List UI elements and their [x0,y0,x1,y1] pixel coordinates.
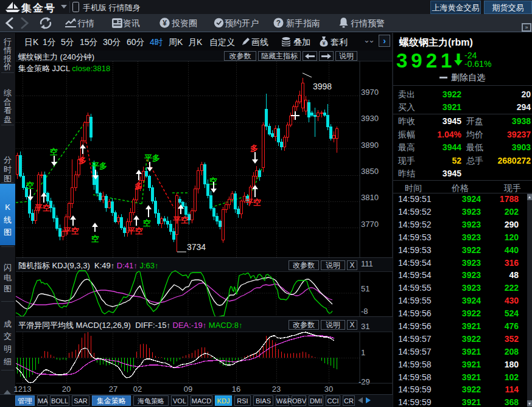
svg-text:1: 1 [361,348,365,357]
svg-text:-29: -29 [359,377,370,386]
svg-text:31: 31 [361,322,369,331]
